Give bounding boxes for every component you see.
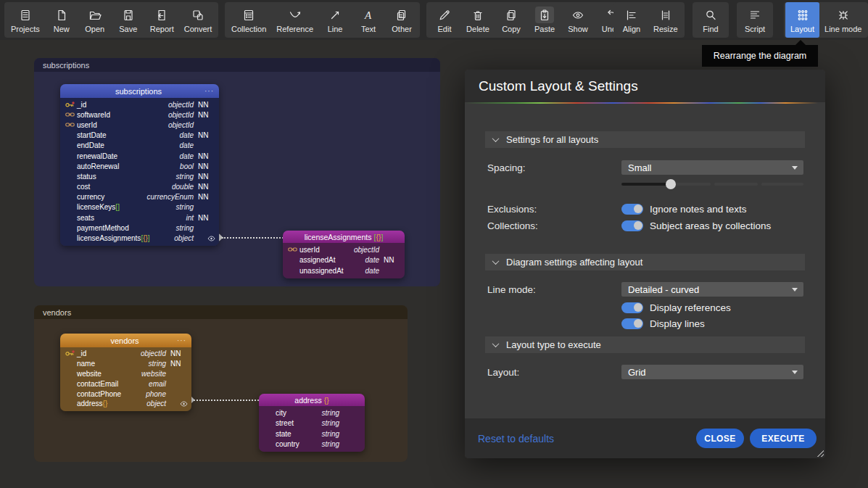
toolbar-button-paste[interactable]: Paste (528, 2, 561, 38)
table-subscriptions[interactable]: subscriptions ··· _idobjectIdNNsoftwareI… (60, 84, 219, 246)
eye-icon[interactable] (180, 401, 188, 407)
field-type: date (365, 256, 379, 264)
close-button[interactable]: CLOSE (696, 429, 744, 448)
table-row-startdate[interactable]: startDatedateNN (60, 131, 219, 141)
reset-to-defaults-link[interactable]: Reset to defaults (478, 433, 690, 444)
toolbar-button-open[interactable]: Open (78, 2, 112, 38)
spacing-slider[interactable] (621, 179, 803, 189)
spacing-label: Spacing: (487, 162, 526, 174)
display-lines-toggle[interactable] (621, 318, 643, 329)
table-row-state[interactable]: statestring (259, 429, 365, 439)
table-header[interactable]: address {} (259, 394, 365, 406)
section-layout-type[interactable]: Layout type to execute (485, 336, 805, 353)
table-row-userid[interactable]: userIdobjectId (60, 120, 219, 130)
toolbar-button-show[interactable]: Show (561, 2, 595, 38)
table-row-enddate[interactable]: endDatedate (60, 141, 219, 151)
toolbar-button-line-mode[interactable]: Line mode (819, 2, 867, 38)
display-references-toggle[interactable] (621, 302, 643, 313)
copy-icon (504, 7, 518, 23)
toolbar-button-reference[interactable]: Reference (271, 2, 318, 38)
table-row-city[interactable]: citystring (259, 408, 365, 418)
toolbar-button-line[interactable]: Line (318, 2, 352, 38)
table-header[interactable]: licenseAssignments [{}] (283, 231, 405, 243)
resize-icon (658, 7, 673, 23)
table-row-assignedat[interactable]: assignedAtdateNN (283, 255, 405, 266)
table-row-unassignedat[interactable]: unassignedAtdate (283, 265, 405, 276)
table-row-cost[interactable]: costdoubleNN (60, 182, 219, 192)
table-row-licenseassignments[interactable]: licenseAssignments[{}]object (60, 233, 219, 243)
show-icon (571, 7, 585, 23)
subject-area-label: subscriptions (43, 61, 89, 70)
table-header[interactable]: subscriptions ··· (60, 84, 219, 98)
toolbar-group: Find (693, 2, 729, 38)
reference-line[interactable] (194, 400, 259, 401)
toolbar-button-find[interactable]: Find (694, 2, 727, 38)
table-row-userid[interactable]: userIdobjectId (283, 244, 405, 255)
ignore-notes-toggle[interactable] (621, 204, 643, 215)
table-row-street[interactable]: streetstring (259, 418, 365, 429)
paste-icon (535, 7, 554, 23)
field-type: website (141, 370, 166, 378)
toolbar-button-copy[interactable]: Copy (495, 2, 528, 38)
table-row-contactphone[interactable]: contactPhonephone (60, 389, 191, 399)
table-row-status[interactable]: statusstringNN (60, 171, 219, 181)
table-row--id[interactable]: _idobjectIdNN (60, 349, 191, 359)
table-row-address[interactable]: address{}object (60, 399, 191, 409)
subject-area-title-bar[interactable]: vendors (34, 305, 408, 319)
eye-icon[interactable] (207, 236, 215, 241)
toolbar-button-edit[interactable]: Edit (428, 2, 461, 38)
table-row-contactemail[interactable]: contactEmailemail (60, 379, 191, 389)
table-address[interactable]: address {} citystringstreetstringstatest… (259, 394, 365, 452)
slider-knob[interactable] (666, 179, 676, 189)
toolbar-button-other[interactable]: Other (385, 2, 418, 38)
table-licenseassignments[interactable]: licenseAssignments [{}] userIdobjectIdas… (283, 231, 405, 278)
table-menu-dots-icon[interactable]: ··· (177, 334, 186, 347)
toolbar-button-label: Align (623, 25, 640, 33)
field-type: string (322, 419, 339, 427)
table-row-website[interactable]: websitewebsite (60, 369, 191, 379)
toolbar-button-convert[interactable]: Convert (179, 2, 218, 38)
reference-line[interactable] (222, 237, 284, 239)
table-row-name[interactable]: namestringNN (60, 359, 191, 369)
field-type: string (322, 430, 339, 438)
table-row-currency[interactable]: currencycurrencyEnumNN (60, 192, 219, 202)
toolbar-group: CollectionReferenceLineATextOther (225, 2, 420, 38)
toolbar-button-delete[interactable]: Delete (461, 2, 495, 38)
toolbar-button-align[interactable]: Align (615, 2, 648, 38)
not-null-flag: NN (194, 111, 214, 119)
table-row--id[interactable]: _idobjectIdNN (60, 99, 219, 109)
table-header[interactable]: vendors ··· (60, 334, 191, 347)
field-name: address{} (77, 400, 107, 408)
toolbar-button-collection[interactable]: Collection (226, 2, 271, 38)
line-mode-dropdown[interactable]: Detailed - curved (621, 282, 803, 297)
toolbar-button-report[interactable]: Report (145, 2, 179, 38)
section-label: Layout type to execute (506, 339, 601, 350)
section-settings-for-all-layouts[interactable]: Settings for all layouts (485, 131, 805, 148)
layout-dropdown[interactable]: Grid (621, 365, 803, 379)
toolbar-button-script[interactable]: Script (738, 2, 772, 38)
table-menu-dots-icon[interactable]: ··· (204, 84, 214, 98)
subject-area-title-bar[interactable]: subscriptions (34, 58, 440, 72)
execute-button[interactable]: EXECUTE (750, 429, 817, 448)
projects-icon (18, 7, 33, 23)
spacing-dropdown[interactable]: Small (621, 160, 803, 175)
toolbar-button-resize[interactable]: Resize (648, 2, 683, 38)
table-row-renewaldate[interactable]: renewalDatedateNN (60, 151, 219, 161)
toolbar-button-save[interactable]: Save (112, 2, 145, 38)
toolbar-button-new[interactable]: New (45, 2, 78, 38)
custom-layout-settings-dialog: Custom Layout & Settings Settings for al… (465, 70, 825, 458)
table-row-licensekeys[interactable]: licenseKeys[]string (60, 202, 219, 212)
line-icon (328, 7, 342, 23)
table-vendors[interactable]: vendors ··· _idobjectIdNNnamestringNNweb… (60, 334, 191, 411)
table-row-seats[interactable]: seatsintNN (60, 212, 219, 223)
toolbar-button-layout[interactable]: Layout (785, 2, 819, 38)
section-diagram-settings[interactable]: Diagram settings affecting layout (485, 254, 805, 270)
table-row-autorenewal[interactable]: autoRenewalboolNN (60, 161, 219, 171)
toolbar-button-text[interactable]: AText (352, 2, 385, 38)
toolbar-button-projects[interactable]: Projects (6, 2, 45, 38)
field-name: licenseKeys[] (77, 203, 120, 211)
table-row-softwareid[interactable]: softwareIdobjectIdNN (60, 109, 219, 120)
table-row-country[interactable]: countrystring (259, 439, 365, 450)
table-row-paymentmethod[interactable]: paymentMethodstring (60, 223, 219, 233)
subject-areas-toggle[interactable] (621, 220, 643, 231)
